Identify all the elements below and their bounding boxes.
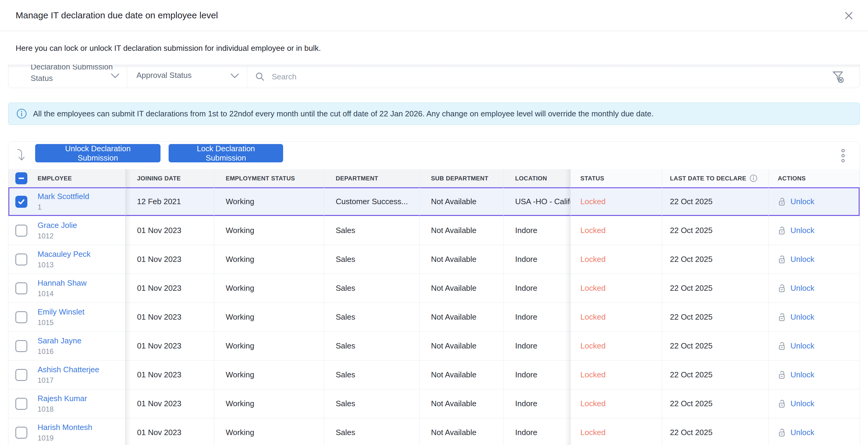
sub-department-cell: Not Available — [420, 360, 504, 389]
last-date-cell: 22 Oct 2025 — [662, 187, 769, 216]
unlock-action[interactable]: Unlock — [778, 370, 814, 380]
lock-declaration-submission-button[interactable]: Lock Declaration Submission — [168, 144, 283, 162]
last-date-cell: 22 Oct 2025 — [662, 245, 769, 274]
row-checkbox[interactable] — [15, 196, 27, 208]
sub-department-cell-value: Not Available — [431, 313, 476, 322]
table-toolbar: Unlock Declaration Submission Lock Decla… — [8, 142, 860, 169]
unlock-action[interactable]: Unlock — [778, 427, 814, 438]
last-date-cell-value: 22 Oct 2025 — [670, 370, 713, 380]
department-cell: Sales — [324, 332, 420, 360]
department-cell-value: Sales — [336, 428, 355, 437]
employee-id: 1014 — [37, 290, 54, 298]
location-cell: Indore — [504, 360, 571, 389]
status-cell: Locked — [571, 245, 662, 274]
employment-status-cell: Working — [214, 418, 324, 445]
joining-date-cell: 01 Nov 2023 — [126, 274, 214, 302]
clear-filter-icon[interactable] — [831, 70, 845, 84]
unlock-action[interactable]: Unlock — [778, 341, 814, 351]
department-cell: Sales — [324, 274, 420, 302]
row-checkbox[interactable] — [15, 398, 27, 410]
select-all-checkbox[interactable] — [15, 172, 27, 184]
unlock-action-label: Unlock — [790, 313, 814, 322]
employee-name-link[interactable]: Harish Montesh — [37, 423, 92, 432]
last-date-cell: 22 Oct 2025 — [662, 274, 769, 302]
employee-id: 1012 — [37, 232, 54, 240]
joining-date-cell-value: 01 Nov 2023 — [137, 255, 181, 264]
sub-department-cell: Not Available — [420, 389, 504, 418]
search-box — [255, 65, 512, 88]
row-checkbox-cell — [8, 303, 34, 331]
sub-department-cell-value: Not Available — [431, 341, 476, 351]
location-cell-value: Indore — [515, 284, 537, 293]
status-cell-value: Locked — [580, 428, 606, 437]
joining-date-cell: 01 Nov 2023 — [126, 360, 214, 389]
department-cell: Customer Success... — [324, 187, 420, 216]
last-date-cell-value: 22 Oct 2025 — [670, 226, 713, 235]
employee-name-link[interactable]: Rajesh Kumar — [37, 394, 87, 403]
employee-name-link[interactable]: Emily Winslet — [37, 307, 85, 317]
row-checkbox[interactable] — [15, 340, 27, 352]
employment-status-cell-value: Working — [226, 370, 254, 380]
chevron-down-icon[interactable] — [230, 73, 239, 79]
employee-name-link[interactable]: Grace Jolie — [37, 221, 77, 230]
search-icon — [255, 71, 265, 82]
row-checkbox[interactable] — [15, 369, 27, 381]
employee-table-body: Mark Scottfield112 Feb 2021WorkingCustom… — [8, 187, 860, 445]
joining-date-cell: 01 Nov 2023 — [126, 216, 214, 245]
unlock-action[interactable]: Unlock — [778, 197, 814, 207]
employee-name-link[interactable]: Ashish Chatterjee — [37, 365, 99, 374]
row-checkbox[interactable] — [15, 427, 27, 439]
search-input[interactable] — [272, 72, 512, 82]
row-checkbox[interactable] — [15, 311, 27, 323]
more-options-kebab-icon[interactable] — [838, 148, 848, 165]
location-cell: Indore — [504, 245, 571, 274]
header-employee: EMPLOYEE — [34, 169, 126, 187]
joining-date-cell-value: 01 Nov 2023 — [137, 341, 181, 351]
employee-name-link[interactable]: Mark Scottfield — [37, 192, 89, 201]
employment-status-cell-value: Working — [226, 399, 254, 408]
sub-department-cell: Not Available — [420, 303, 504, 331]
declaration-submission-status-dropdown[interactable]: Declaration Submission Status — [31, 65, 121, 84]
employee-cell: Sarah Jayne1016 — [34, 332, 126, 360]
chevron-down-icon[interactable] — [111, 73, 120, 79]
row-checkbox[interactable] — [15, 225, 27, 237]
employee-name-link[interactable]: Hannah Shaw — [37, 278, 87, 288]
employee-id: 1013 — [37, 261, 54, 269]
approval-status-dropdown[interactable]: Approval Status — [136, 69, 192, 81]
employee-id: 1017 — [37, 376, 54, 385]
unlock-action[interactable]: Unlock — [778, 255, 814, 265]
unlock-declaration-submission-button[interactable]: Unlock Declaration Submission — [35, 144, 160, 162]
scroll-down-arrow-icon[interactable] — [16, 148, 28, 163]
table-row: Sarah Jayne101601 Nov 2023WorkingSalesNo… — [8, 332, 860, 360]
employee-name-link[interactable]: Macauley Peck — [37, 249, 90, 259]
table-row: Ashish Chatterjee101701 Nov 2023WorkingS… — [8, 360, 860, 389]
unlock-action[interactable]: Unlock — [778, 283, 814, 293]
location-cell: Indore — [504, 216, 571, 245]
unlock-action[interactable]: Unlock — [778, 399, 814, 409]
actions-cell: Unlock — [769, 216, 860, 245]
employment-status-cell: Working — [214, 332, 324, 360]
employee-cell: Ashish Chatterjee1017 — [34, 360, 126, 389]
unlock-action-label: Unlock — [790, 284, 814, 293]
row-checkbox[interactable] — [15, 254, 27, 266]
sub-department-cell: Not Available — [420, 245, 504, 274]
dialog-titlebar: Manage IT declaration due date on employ… — [0, 0, 868, 31]
close-icon[interactable] — [842, 8, 856, 23]
status-cell-value: Locked — [580, 399, 606, 408]
employee-name-link[interactable]: Sarah Jayne — [37, 336, 82, 346]
employee-cell: Grace Jolie1012 — [34, 216, 126, 245]
employment-status-cell: Working — [214, 389, 324, 418]
unlock-action[interactable]: Unlock — [778, 312, 814, 322]
row-checkbox[interactable] — [15, 282, 27, 294]
header-sub-department: SUB DEPARTMENT — [420, 169, 504, 187]
unlock-action-label: Unlock — [790, 370, 814, 380]
unlock-action-label: Unlock — [790, 255, 814, 264]
status-cell: Locked — [571, 418, 662, 445]
header-checkbox-cell — [8, 169, 34, 187]
filter-divider — [127, 65, 127, 88]
info-icon[interactable] — [749, 174, 758, 182]
actions-cell: Unlock — [769, 360, 860, 389]
unlock-action[interactable]: Unlock — [778, 226, 814, 236]
header-last-date-to-declare: LAST DATE TO DECLARE — [662, 169, 769, 187]
last-date-cell-value: 22 Oct 2025 — [670, 428, 713, 437]
